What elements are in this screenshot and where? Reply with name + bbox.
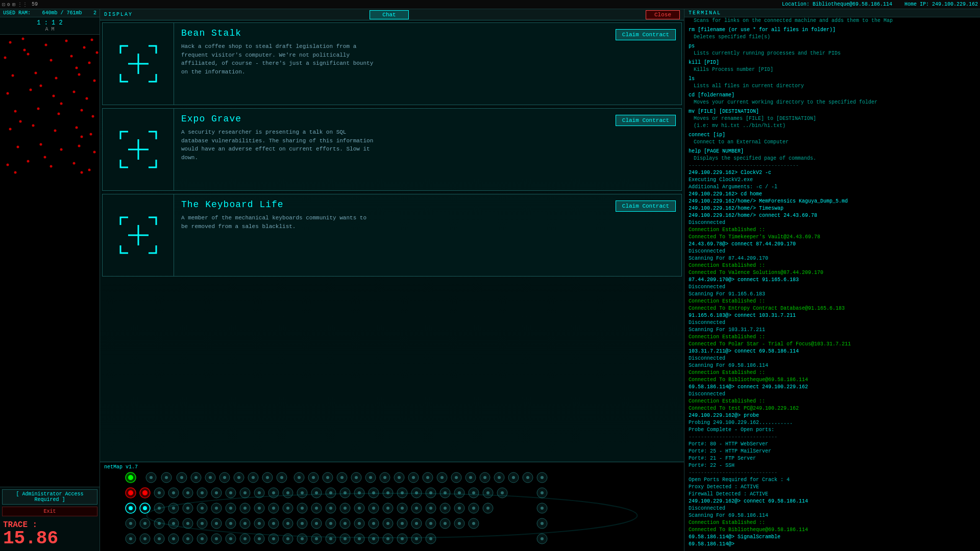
terminal-panel: TERMINAL help [PAGE NUMBER]Displays the … bbox=[684, 9, 980, 551]
terminal-line: Disconnected bbox=[689, 505, 976, 512]
contract-card-expo-grave: Expo Grave A security researcher is pres… bbox=[102, 108, 682, 191]
terminal-line: Port#: 25 - HTTP MailServer bbox=[689, 448, 976, 455]
terminal-line: Connected To Timekeeper's Vault@24.43.69… bbox=[689, 234, 976, 241]
terminal-line: Disconnected bbox=[689, 391, 976, 398]
clock-ampm: A M bbox=[3, 27, 96, 32]
terminal-line: Connected To Valence Solutions@87.44.209… bbox=[689, 269, 976, 277]
claim-contract-btn-bean-stalk[interactable]: Claim Contract bbox=[616, 29, 676, 40]
terminal-line: Probe Complete - Open ports: bbox=[689, 427, 976, 434]
terminal-line: 249.100.229.162/home/> connect 24.43.69.… bbox=[689, 212, 976, 219]
terminal-line: Connection Established :: bbox=[689, 398, 976, 405]
terminal-line: Connected To Bibliotheque@69.58.186.114 bbox=[689, 527, 976, 534]
left-network-canvas bbox=[0, 35, 100, 487]
netmap-label: netMap v1.7 bbox=[104, 464, 138, 470]
grid-icon[interactable]: ⋮⋮ bbox=[17, 2, 28, 8]
terminal-line: Moves or renames [FILE] to [DESTINATION] bbox=[689, 115, 976, 122]
close-button[interactable]: Close bbox=[646, 10, 680, 19]
contract-action-keyboard-life: Claim Contract bbox=[610, 194, 681, 276]
terminal-line: ps bbox=[689, 43, 976, 50]
terminal-line: 103.31.7.211@> connect 69.58.186.114 bbox=[689, 348, 976, 355]
terminal-line: 249.100.229.162@> probe bbox=[689, 412, 976, 419]
terminal-line: Additional Arguments: -c / -l bbox=[689, 184, 976, 191]
contract-icon-bean-stalk bbox=[103, 23, 174, 105]
terminal-line: Scanning For 69.58.186.114 bbox=[689, 512, 976, 519]
main-layout: USED RAM: 640mb / 761mb 2 1 : 1 2 A M [ … bbox=[0, 9, 980, 551]
terminal-line: Connection Established :: bbox=[689, 369, 976, 377]
window-icon[interactable]: ⊡ bbox=[2, 2, 5, 8]
contract-title-bean-stalk: Bean Stalk bbox=[181, 28, 603, 38]
terminal-line: 87.44.209.170@> connect 91.165.6.183 bbox=[689, 277, 976, 284]
netmap-canvas bbox=[100, 462, 684, 551]
terminal-line: 69.58.186.114@> bbox=[689, 541, 976, 548]
terminal-line: Connection Established :: bbox=[689, 227, 976, 234]
top-bar-icons: ⊡ ⚙ ⊞ ⋮⋮ bbox=[2, 2, 28, 8]
chat-tab[interactable]: Chat bbox=[370, 10, 408, 19]
terminal-line: Scanning For 69.58.186.114 bbox=[689, 362, 976, 369]
terminal-line: Scanning For 103.31.7.211 bbox=[689, 327, 976, 334]
contract-body-expo-grave: Expo Grave A security researcher is pres… bbox=[174, 109, 610, 190]
terminal-line: Open Ports Required for Crack : 4 bbox=[689, 477, 976, 484]
terminal-line: 249.100.229.162> ClockV2 -c bbox=[689, 169, 976, 177]
process-id: 59 bbox=[32, 2, 38, 7]
contract-icon-expo-grave bbox=[103, 109, 174, 190]
terminal-line: Port#: 22 - SSH bbox=[689, 462, 976, 469]
terminal-header: TERMINAL bbox=[684, 9, 980, 17]
settings-icon[interactable]: ⚙ bbox=[7, 2, 10, 8]
terminal-line: 249.100.229.162/home/> Timeswap bbox=[689, 205, 976, 212]
terminal-line: Connected To Polar Star - Trial of Focus… bbox=[689, 341, 976, 348]
terminal-line: ----------------------------- bbox=[689, 469, 976, 477]
terminal-line: Port#: 80 - HTTP WebServer bbox=[689, 441, 976, 448]
terminal-line: 91.165.6.183@> connect 103.31.7.211 bbox=[689, 312, 976, 319]
terminal-line: 249.100.229.162@> connect 69.58.186.114 bbox=[689, 498, 976, 505]
contract-desc-bean-stalk: Hack a coffee shop to steal draft legisl… bbox=[181, 42, 375, 76]
claim-contract-btn-expo-grave[interactable]: Claim Contract bbox=[616, 115, 676, 126]
contract-title-expo-grave: Expo Grave bbox=[181, 114, 603, 124]
terminal-line: Disconnected bbox=[689, 219, 976, 227]
exit-button[interactable]: Exit bbox=[2, 507, 97, 516]
display-header: DISPLAY Chat Close bbox=[100, 9, 684, 20]
terminal-line: 24.43.69.78@> connect 87.44.209.170 bbox=[689, 241, 976, 248]
contracts-list: Bean Stalk Hack a coffee shop to steal d… bbox=[100, 20, 684, 462]
terminal-line: cd [foldername] bbox=[689, 92, 976, 99]
terminal-line: Port#: 21 - FTP Server bbox=[689, 455, 976, 462]
contract-icon-keyboard-life bbox=[103, 194, 174, 276]
location-info: Location: Bibliotheque@69.58.186.114 Hom… bbox=[782, 2, 978, 7]
clock-section: 1 : 1 2 A M bbox=[0, 17, 100, 35]
display-label: DISPLAY bbox=[104, 12, 133, 17]
contract-body-bean-stalk: Bean Stalk Hack a coffee shop to steal d… bbox=[174, 23, 610, 105]
terminal-line: Connection Established :: bbox=[689, 334, 976, 341]
terminal-line: Connection Established :: bbox=[689, 298, 976, 305]
terminal-line: Lists all files in current directory bbox=[689, 83, 976, 90]
contract-card-bean-stalk: Bean Stalk Hack a coffee shop to steal d… bbox=[102, 22, 682, 105]
lock-icon[interactable]: ⊞ bbox=[12, 2, 15, 8]
terminal-line: rm [filename (or use * for all files in … bbox=[689, 27, 976, 34]
terminal-line: ----------------------------- bbox=[689, 434, 976, 441]
claim-contract-btn-keyboard-life[interactable]: Claim Contract bbox=[616, 201, 676, 212]
ram-slot: 2 bbox=[93, 10, 96, 16]
terminal-line: Deletes specified file(s) bbox=[689, 34, 976, 41]
admin-access-button[interactable]: [ Administrator Access Required ] bbox=[2, 489, 97, 505]
terminal-line: Connected To Bibliotheque@69.58.186.114 bbox=[689, 377, 976, 384]
network-map bbox=[0, 35, 100, 487]
terminal-line: help [PAGE NUMBER] bbox=[689, 148, 976, 155]
ram-usage: 640mb / 761mb bbox=[42, 10, 82, 16]
terminal-line: ------------------------------------ bbox=[689, 162, 976, 169]
terminal-line: kill [PID] bbox=[689, 59, 976, 66]
left-panel: USED RAM: 640mb / 761mb 2 1 : 1 2 A M [ … bbox=[0, 9, 100, 551]
terminal-body[interactable]: help [PAGE NUMBER]Displays the specified… bbox=[684, 17, 980, 551]
terminal-line: Disconnected bbox=[689, 284, 976, 291]
terminal-line: connect [ip] bbox=[689, 132, 976, 139]
contract-action-bean-stalk: Claim Contract bbox=[610, 23, 681, 105]
ram-bar: USED RAM: 640mb / 761mb 2 bbox=[0, 9, 100, 17]
terminal-line: Disconnected bbox=[689, 319, 976, 327]
contract-title-keyboard-life: The Keyboard Life bbox=[181, 199, 603, 210]
terminal-line: 249.100.229.162> cd home bbox=[689, 191, 976, 198]
terminal-line: Connected To Entropy Contract Database@9… bbox=[689, 305, 976, 312]
terminal-line: Probing 249.100.229.162........... bbox=[689, 419, 976, 427]
trace-section: TRACE : 15.86 bbox=[0, 518, 100, 551]
trace-value: 15.86 bbox=[3, 530, 96, 548]
terminal-line: Moves your current working directory to … bbox=[689, 99, 976, 106]
contract-action-expo-grave: Claim Contract bbox=[610, 109, 681, 190]
terminal-line: mv [FILE] [DESTINATION] bbox=[689, 108, 976, 115]
terminal-line: Scans for links on the connected machine… bbox=[689, 17, 976, 24]
